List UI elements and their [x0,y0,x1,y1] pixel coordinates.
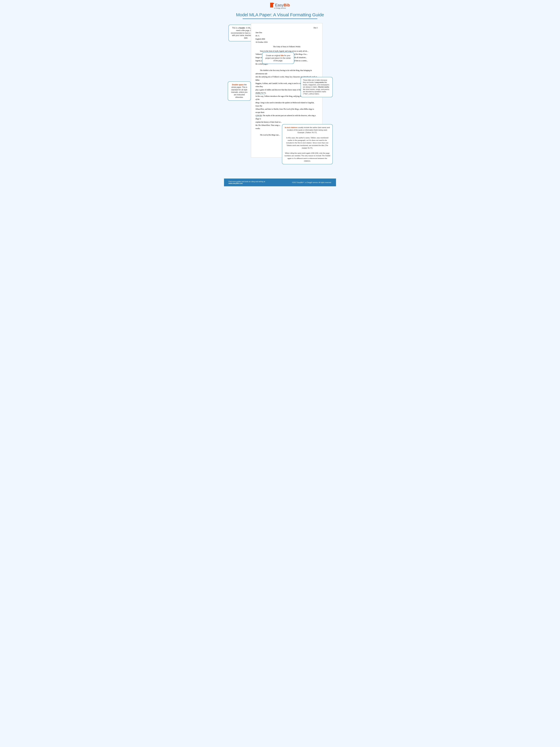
footer-left-text: Find more guides and tools on citing and… [229,181,265,182]
intext-label-line: In-text citations usually include the au… [284,126,330,134]
body-p14: explain the history of their feud wi... [256,121,318,124]
callout-title: Create an original title for your projec… [262,52,294,64]
content-area: This is a header. In MLA, you don't need… [224,23,336,176]
footer-right: ©2017 EasyBib™, a Chegg® service. All ri… [292,182,331,183]
teacher-name: Dr. S. [256,34,318,37]
page-number: Doe 1 [256,26,318,30]
author-name: Jane Doe [256,31,318,34]
logo-easy: Easy [275,3,284,7]
date: 16 October 2016 [256,41,318,44]
intext-same-work: When citing the same work again (158-159… [284,152,330,162]
callout-intext: In-text citations usually include the au… [282,124,333,164]
body-p12: Silmarillion, and later to Shelob, from … [256,108,318,114]
body-p11: Rings. Song is also used to introduce th… [256,101,318,108]
book-icon [270,3,274,7]
title-divider [243,19,317,19]
logo: EasyBib a Chegg service [270,3,290,9]
footer: Find more guides and tools on citing and… [224,179,336,186]
logo-subtitle: a Chegg service [274,7,286,9]
callout-doublespace: Double space the whole paper. This is st… [228,81,251,101]
body-p13: (158-59). The myths of the ancient past … [256,114,318,121]
class-name: English 4900 [256,37,318,41]
body-p6: The Hobbit is the first story having to … [256,69,318,75]
footer-left: Find more guides and tools on citing and… [229,181,265,184]
logo-bib: Bib [284,3,290,7]
intext-explanation: In this case, the author's name, Tolkien… [284,136,330,149]
svg-marker-0 [270,3,274,7]
essay-title: The Unity of Story in Tolkien's Works [256,45,318,48]
outer-wrapper: This is a header. In MLA, you don't need… [227,23,333,173]
footer-url[interactable]: www.easybib.com [229,182,243,184]
page-header: EasyBib a Chegg service Model MLA Paper:… [224,0,336,23]
main-title: Model MLA Paper: A Visual Formatting Gui… [236,12,324,17]
author-info: Jane Doe Dr. S. English 4900 16 October … [256,31,318,44]
callout-italics: These titles are in italics because they… [301,77,333,97]
